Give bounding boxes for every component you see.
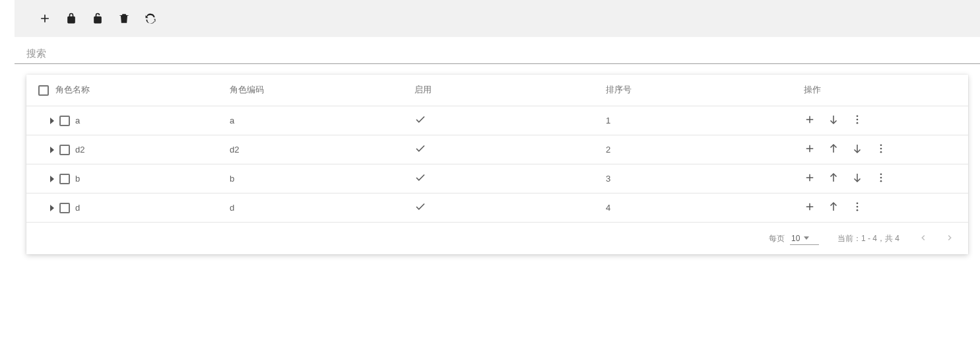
pagination-bar: 每页 10 当前：1 - 4，共 4 — [26, 223, 968, 254]
expand-toggle[interactable] — [50, 176, 54, 182]
range-text: 当前：1 - 4，共 4 — [837, 233, 899, 244]
arrow-up-icon — [828, 172, 839, 186]
table-row: d2d22 — [26, 135, 968, 164]
unlock-button[interactable] — [91, 12, 104, 25]
plus-icon — [38, 12, 51, 25]
check-icon — [414, 143, 426, 157]
svg-point-17 — [857, 209, 859, 211]
table-header: 角色名称 角色编码 启用 排序号 操作 — [26, 75, 968, 106]
row-code: a — [230, 116, 234, 125]
unlock-icon — [91, 12, 104, 25]
svg-point-11 — [880, 173, 882, 175]
table-row: bb3 — [26, 164, 968, 194]
arrow-up-icon — [828, 143, 839, 157]
search-region — [15, 37, 980, 64]
toolbar — [15, 0, 980, 37]
check-icon — [414, 201, 426, 215]
add-button[interactable] — [38, 12, 51, 25]
col-header-code: 角色编码 — [230, 85, 264, 94]
plus-icon — [804, 143, 816, 157]
table-row: dd4 — [26, 194, 968, 223]
refresh-icon — [144, 12, 157, 25]
prev-page-button[interactable] — [918, 233, 929, 244]
svg-point-7 — [880, 148, 882, 150]
svg-point-16 — [857, 206, 859, 208]
arrow-down-icon — [851, 143, 863, 157]
next-page-button[interactable] — [944, 233, 955, 244]
expand-toggle[interactable] — [50, 147, 54, 153]
check-icon — [414, 172, 426, 186]
row-name: d — [75, 203, 80, 213]
row-name: b — [75, 174, 80, 184]
svg-point-8 — [880, 151, 882, 153]
expand-toggle[interactable] — [50, 118, 54, 124]
col-header-actions: 操作 — [804, 85, 821, 96]
move-down-button[interactable] — [851, 144, 863, 156]
row-add-button[interactable] — [804, 173, 816, 185]
svg-point-15 — [857, 202, 859, 204]
delete-button[interactable] — [117, 12, 131, 25]
more-actions-button[interactable] — [851, 202, 863, 214]
move-down-button[interactable] — [828, 115, 839, 127]
col-header-sort: 排序号 — [606, 85, 632, 94]
arrow-down-icon — [828, 114, 839, 127]
check-icon — [414, 114, 426, 127]
chevron-right-icon — [945, 233, 954, 244]
row-sort: 1 — [606, 116, 610, 125]
more-actions-button[interactable] — [875, 144, 887, 156]
col-header-name: 角色名称 — [55, 85, 90, 96]
more-vert-icon — [851, 201, 863, 215]
row-name: d2 — [75, 145, 84, 155]
move-up-button[interactable] — [828, 173, 839, 185]
per-page-label: 每页 — [769, 233, 785, 244]
col-header-enabled: 启用 — [414, 85, 432, 96]
table-row: aa1 — [26, 106, 968, 135]
row-checkbox[interactable] — [59, 174, 70, 184]
search-input[interactable] — [26, 48, 968, 59]
arrow-up-icon — [828, 201, 839, 215]
more-vert-icon — [851, 114, 863, 127]
expand-toggle[interactable] — [50, 205, 54, 211]
row-code: d — [230, 203, 234, 213]
lock-icon — [65, 12, 78, 25]
more-actions-button[interactable] — [875, 173, 887, 185]
svg-point-2 — [857, 119, 859, 121]
row-checkbox[interactable] — [59, 145, 70, 155]
row-add-button[interactable] — [804, 144, 816, 156]
row-add-button[interactable] — [804, 115, 816, 127]
more-vert-icon — [875, 172, 887, 186]
row-sort: 2 — [606, 145, 610, 155]
lock-button[interactable] — [65, 12, 78, 25]
plus-icon — [804, 201, 816, 215]
svg-point-3 — [857, 122, 859, 124]
move-up-button[interactable] — [828, 202, 839, 214]
per-page-value: 10 — [791, 234, 800, 243]
select-all-checkbox[interactable] — [38, 85, 49, 96]
chevron-down-icon — [804, 236, 809, 240]
row-add-button[interactable] — [804, 202, 816, 214]
arrow-down-icon — [851, 172, 863, 186]
row-checkbox[interactable] — [59, 116, 70, 126]
svg-point-12 — [880, 177, 882, 179]
plus-icon — [804, 114, 816, 127]
move-up-button[interactable] — [828, 144, 839, 156]
svg-point-13 — [880, 180, 882, 182]
more-actions-button[interactable] — [851, 115, 863, 127]
row-code: b — [230, 174, 234, 184]
per-page-select[interactable]: 10 — [790, 232, 819, 245]
row-sort: 3 — [606, 174, 610, 184]
row-code: d2 — [230, 145, 239, 155]
row-sort: 4 — [606, 203, 610, 213]
svg-point-6 — [880, 144, 882, 146]
plus-icon — [804, 172, 816, 186]
row-checkbox[interactable] — [59, 203, 70, 213]
svg-point-1 — [857, 115, 859, 117]
refresh-button[interactable] — [144, 12, 157, 25]
move-down-button[interactable] — [851, 173, 863, 185]
role-table: 角色名称 角色编码 启用 排序号 操作 aa1d2d22bb3dd4 每页 10… — [26, 75, 968, 254]
more-vert-icon — [875, 143, 887, 157]
trash-icon — [117, 12, 131, 25]
row-name: a — [75, 116, 80, 125]
chevron-left-icon — [919, 233, 928, 244]
